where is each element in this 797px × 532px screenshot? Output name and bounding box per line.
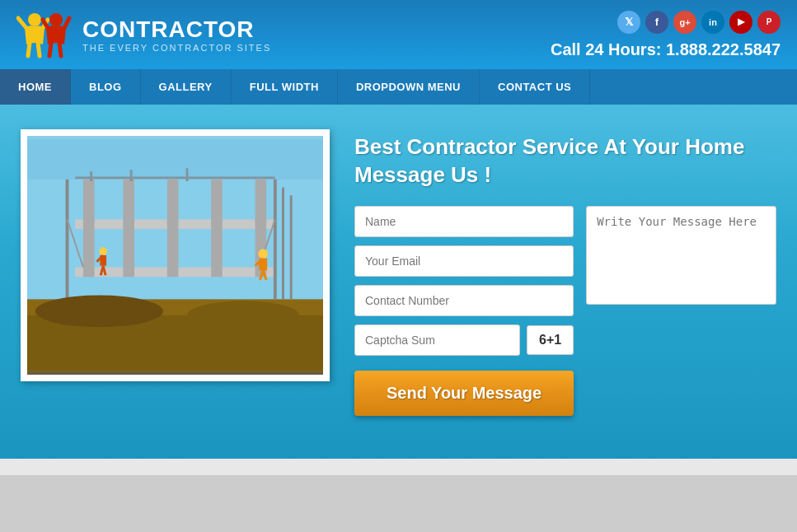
facebook-icon[interactable]: f (645, 11, 668, 34)
google-icon[interactable]: g+ (673, 11, 696, 34)
svg-rect-12 (83, 180, 95, 223)
phone-number: Call 24 Hours: 1.888.222.5847 (551, 40, 781, 59)
submit-button[interactable]: Send Your Message (354, 371, 574, 416)
svg-rect-13 (123, 180, 134, 223)
nav-dropdown-menu[interactable]: DROPDOWN MENU (338, 69, 480, 105)
header-right: 𝕏 f g+ in ▶ P Call 24 Hours: 1.888.222.5… (551, 11, 781, 59)
svg-rect-7 (83, 219, 95, 277)
nav-contact-us[interactable]: CONTACT US (480, 69, 590, 105)
form-left-column: 6+1 Send Your Message (354, 206, 574, 416)
logo-area: CONTRACTOR THE EVERY CONTRACTOR SITES (16, 10, 271, 59)
main-nav: HOME BLOG GALLERY FULL WIDTH DROPDOWN ME… (0, 69, 797, 105)
footer-strip (0, 459, 797, 475)
svg-point-38 (187, 301, 299, 329)
youtube-icon[interactable]: ▶ (729, 11, 752, 34)
contact-form-area: Best Contractor Service At Your Home Mes… (354, 129, 776, 416)
message-textarea[interactable] (586, 206, 776, 305)
svg-point-32 (99, 247, 107, 255)
pinterest-icon[interactable]: P (757, 11, 781, 34)
svg-rect-10 (211, 219, 223, 277)
twitter-icon[interactable]: 𝕏 (617, 11, 640, 34)
captcha-badge: 6+1 (527, 325, 574, 355)
construction-image (27, 136, 323, 375)
contact-heading: Best Contractor Service At Your Home Mes… (354, 133, 776, 189)
nav-home[interactable]: HOME (0, 69, 71, 105)
svg-rect-8 (123, 219, 134, 277)
svg-point-0 (28, 13, 41, 26)
phone-input[interactable] (354, 285, 574, 316)
form-right-column (586, 206, 776, 416)
site-header: CONTRACTOR THE EVERY CONTRACTOR SITES 𝕏 … (0, 0, 797, 69)
logo-title: CONTRACTOR (82, 16, 271, 43)
social-icons-bar: 𝕏 f g+ in ▶ P (617, 11, 781, 34)
main-content: Best Contractor Service At Your Home Mes… (0, 105, 797, 459)
svg-rect-15 (211, 180, 223, 223)
captcha-row: 6+1 (354, 324, 574, 356)
svg-rect-14 (167, 180, 179, 223)
svg-point-27 (258, 249, 268, 259)
logo-icon (16, 10, 74, 59)
svg-point-1 (49, 13, 63, 26)
captcha-input[interactable] (354, 324, 520, 356)
nav-gallery[interactable]: GALLERY (141, 69, 232, 105)
svg-rect-9 (167, 219, 179, 277)
nav-full-width[interactable]: FULL WIDTH (232, 69, 338, 105)
svg-point-37 (35, 296, 163, 328)
logo-subtitle: THE EVERY CONTRACTOR SITES (82, 43, 271, 53)
form-layout: 6+1 Send Your Message (354, 206, 776, 416)
email-input[interactable] (354, 245, 574, 277)
logo-text: CONTRACTOR THE EVERY CONTRACTOR SITES (82, 16, 271, 53)
svg-rect-39 (27, 139, 323, 180)
svg-rect-16 (256, 180, 267, 223)
linkedin-icon[interactable]: in (701, 11, 724, 34)
construction-svg (27, 136, 323, 375)
nav-blog[interactable]: BLOG (71, 69, 141, 105)
image-box (21, 129, 330, 381)
name-input[interactable] (354, 206, 574, 237)
